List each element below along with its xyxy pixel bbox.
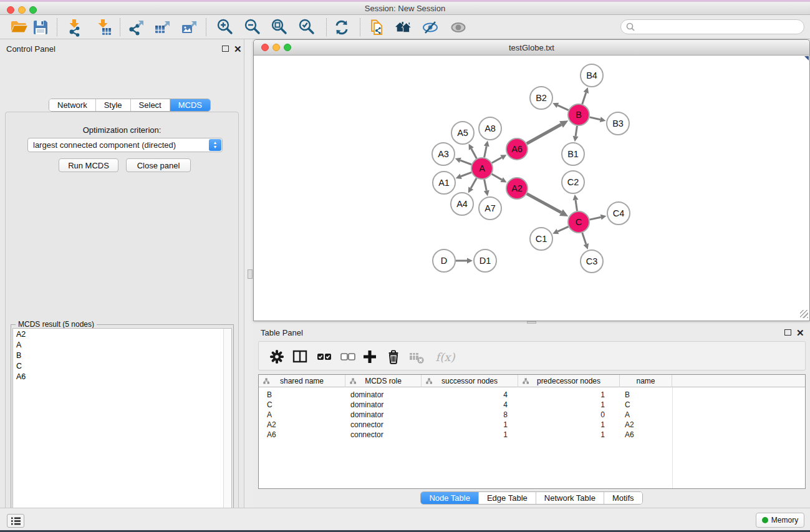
network-window-title-bar[interactable]: testGlobe.txt	[254, 40, 809, 56]
column-header-shared-name[interactable]: shared name	[259, 375, 345, 387]
memory-button[interactable]: Memory	[756, 513, 804, 528]
result-item[interactable]: A6	[13, 371, 231, 382]
table-row[interactable]: Bdominator41B	[259, 390, 805, 400]
export-table-icon[interactable]	[152, 17, 173, 37]
tab-select[interactable]: Select	[131, 99, 170, 111]
result-item[interactable]: A	[13, 339, 231, 350]
graph-node-label: A3	[438, 149, 449, 159]
network-canvas[interactable]: AA1A2A3A4A5A6A7A8BB1B2B3B4CC1C2C3C4DD1	[254, 56, 809, 319]
export-image-icon[interactable]	[179, 17, 200, 37]
table-tab-network-table[interactable]: Network Table	[536, 492, 604, 504]
add-column-icon[interactable]	[360, 347, 379, 366]
cell: A6	[259, 430, 345, 440]
horizontal-split-handle[interactable]	[527, 321, 536, 324]
function-builder-button[interactable]: f(x)	[432, 347, 458, 366]
table-row[interactable]: A6connector11A6	[259, 430, 805, 440]
run-mcds-button[interactable]: Run MCDS	[59, 158, 118, 172]
hide-selected-icon[interactable]	[420, 17, 441, 37]
column-header-mcds-role[interactable]: MCDS role	[345, 375, 422, 387]
graph-node-label: C3	[586, 256, 598, 266]
graph-edge-B-B1[interactable]	[576, 126, 577, 136]
graph-edge-B-B3[interactable]	[590, 117, 600, 120]
tab-network[interactable]: Network	[49, 99, 96, 111]
table-panel: Table Panel ✕ f(x) shared nameMCDS roles…	[253, 324, 810, 508]
search-input[interactable]	[635, 22, 804, 31]
table-float-icon[interactable]	[784, 329, 791, 336]
delete-table-icon[interactable]	[407, 347, 426, 366]
zoom-out-icon[interactable]	[242, 17, 263, 37]
result-scrollbar[interactable]	[223, 329, 231, 532]
graph-edge-A-A6[interactable]	[492, 158, 502, 163]
graph-edge-C-C1[interactable]	[557, 226, 568, 231]
first-neighbors-icon[interactable]	[393, 17, 414, 37]
import-network-icon[interactable]	[64, 17, 85, 37]
graph-edge-C-C3[interactable]	[582, 233, 586, 244]
table-row[interactable]: Adominator80A	[259, 410, 805, 420]
table-tab-edge-table[interactable]: Edge Table	[479, 492, 536, 504]
graph-edge-A-A3[interactable]	[460, 160, 471, 165]
result-item[interactable]: C	[13, 360, 231, 371]
export-network-icon[interactable]	[126, 17, 147, 37]
save-session-icon[interactable]	[30, 17, 51, 37]
float-panel-icon[interactable]	[222, 46, 229, 52]
memory-status-icon	[762, 517, 768, 523]
refresh-layout-icon[interactable]	[331, 17, 352, 37]
cell: 4	[422, 400, 518, 410]
table-settings-gear-icon[interactable]	[268, 347, 286, 366]
column-header-successor-nodes[interactable]: successor nodes	[422, 375, 518, 387]
column-header-name[interactable]: name	[620, 375, 672, 387]
zoom-in-icon[interactable]	[215, 17, 236, 37]
table-close-icon[interactable]: ✕	[796, 330, 804, 336]
vertical-split-handle[interactable]	[248, 269, 253, 279]
cell: 0	[518, 410, 620, 420]
graph-edge-arrowhead	[600, 215, 607, 220]
graph-edge-B-B4[interactable]	[582, 93, 586, 104]
cell: 1	[518, 400, 620, 410]
graph-node-label: B	[576, 110, 582, 120]
result-item[interactable]: A2	[13, 329, 231, 339]
graph-edge-A-A1[interactable]	[461, 172, 471, 176]
column-view-icon[interactable]	[291, 347, 309, 366]
graph-edge-C-C2[interactable]	[576, 200, 577, 211]
column-header-predecessor-nodes[interactable]: predecessor nodes	[518, 375, 620, 387]
tab-mcds[interactable]: MCDS	[170, 99, 210, 111]
select-all-rows-icon[interactable]	[315, 347, 334, 366]
show-all-icon[interactable]	[448, 17, 469, 37]
table-tab-node-table[interactable]: Node Table	[421, 492, 479, 504]
close-panel-button[interactable]: Close panel	[126, 158, 191, 172]
import-table-icon[interactable]	[93, 17, 114, 37]
graph-edge-A2-C[interactable]	[527, 194, 561, 213]
zoom-fit-icon[interactable]	[269, 17, 290, 37]
table-row[interactable]: Cdominator41C	[259, 400, 805, 410]
graph-edge-C-C4[interactable]	[590, 217, 601, 220]
graph-node-label: A7	[485, 203, 496, 213]
graph-edge-A-A5[interactable]	[471, 148, 477, 158]
toolbar-separator	[206, 18, 206, 36]
zoom-selected-icon[interactable]	[296, 17, 317, 37]
criterion-dropdown[interactable]: largest connected component (directed) ▲…	[27, 138, 223, 152]
tab-style[interactable]: Style	[96, 99, 131, 111]
graph-edge-A6-B[interactable]	[527, 125, 561, 144]
mcds-result-list[interactable]: A2ABCA6	[12, 328, 232, 532]
mcds-result-legend: MCDS result (5 nodes)	[16, 320, 97, 329]
deselect-all-rows-icon[interactable]	[339, 347, 357, 366]
table-tab-motifs[interactable]: Motifs	[604, 492, 642, 504]
graph-edge-arrowhead	[484, 190, 489, 196]
graph-edge-A-A7[interactable]	[485, 180, 487, 191]
window-resize-grip[interactable]	[800, 310, 808, 318]
delete-column-icon[interactable]	[384, 347, 403, 366]
open-file-icon[interactable]	[9, 17, 30, 37]
result-item[interactable]: B	[13, 350, 231, 360]
new-network-from-selection-icon[interactable]	[366, 17, 387, 37]
graph-edge-A-A8[interactable]	[485, 146, 487, 157]
graph-edge-A-A4[interactable]	[471, 178, 476, 188]
search-field[interactable]	[620, 19, 804, 34]
close-panel-icon[interactable]: ✕	[234, 46, 242, 52]
graph-edge-B-B2[interactable]	[557, 105, 568, 110]
table-row[interactable]: A2connector11A2	[259, 420, 805, 430]
graph-edge-A-A2[interactable]	[492, 174, 502, 180]
cell: dominator	[345, 400, 422, 410]
graph-node-label: A2	[511, 183, 523, 193]
task-history-button[interactable]	[7, 514, 24, 528]
graph-node-label: A8	[485, 123, 496, 133]
